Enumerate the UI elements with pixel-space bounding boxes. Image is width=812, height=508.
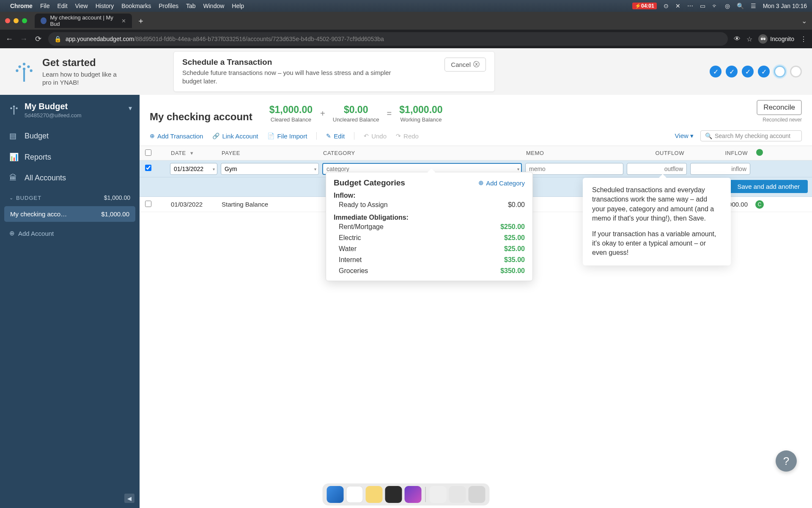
memo-input[interactable] <box>525 163 623 175</box>
dock-finder[interactable] <box>327 486 344 503</box>
inflow-input[interactable] <box>690 163 750 175</box>
sidebar-section-budget[interactable]: ⌄ BUDGET $1,000.00 <box>0 188 140 204</box>
menubar-app[interactable]: Chrome <box>10 3 33 9</box>
browser-menu-icon[interactable]: ⋮ <box>800 35 807 43</box>
step-done[interactable]: ✓ <box>758 66 770 77</box>
file-import-button[interactable]: 📄File Import <box>267 133 307 140</box>
spotlight-icon[interactable]: 🔍 <box>737 3 744 9</box>
sidebar-item-reports[interactable]: 📊Reports <box>0 146 140 168</box>
battery-icon[interactable]: ▭ <box>700 3 705 9</box>
step-pending[interactable] <box>790 66 802 77</box>
dock-terminal[interactable] <box>385 486 402 503</box>
eye-off-icon[interactable]: 👁 <box>734 35 741 43</box>
row-checkbox[interactable] <box>145 201 151 207</box>
budget-switcher[interactable]: My Budget 5d485270@uifeed.com ▾ <box>0 95 140 125</box>
new-tab-button[interactable]: ＋ <box>137 16 145 26</box>
wifi-icon[interactable]: ᯤ <box>712 3 718 9</box>
menu-bookmarks[interactable]: Bookmarks <box>121 3 151 9</box>
schedule-tip-card: Schedule a Transaction Schedule future t… <box>173 51 495 92</box>
save-and-add-button[interactable]: Save and add another <box>729 180 808 193</box>
payee-input[interactable] <box>221 163 319 175</box>
sidebar-item-budget[interactable]: ▤Budget <box>0 125 140 146</box>
step-done[interactable]: ✓ <box>710 66 721 77</box>
status-icon[interactable]: ⋯ <box>687 3 693 9</box>
reconcile-button[interactable]: Reconcile <box>757 100 802 115</box>
sidebar-account-checking[interactable]: My checking acco… $1,000.00 <box>4 206 135 222</box>
dock-trash[interactable] <box>469 486 486 503</box>
step-done[interactable]: ✓ <box>742 66 754 77</box>
category-item[interactable]: Rent/Mortgage$250.00 <box>334 221 525 232</box>
dock-app[interactable] <box>405 486 422 503</box>
menubar-clock[interactable]: Mon 3 Jan 10:16 <box>763 3 807 9</box>
menu-profiles[interactable]: Profiles <box>159 3 178 9</box>
status-icon[interactable]: ⊙ <box>664 3 669 9</box>
outflow-input[interactable] <box>627 163 687 175</box>
row-checkbox[interactable] <box>145 165 151 171</box>
svg-point-0 <box>23 63 25 65</box>
menu-window[interactable]: Window <box>203 3 225 9</box>
row-date: 01/03/2022 <box>168 201 219 208</box>
dock-doc[interactable] <box>430 486 447 503</box>
menu-edit[interactable]: Edit <box>57 3 67 9</box>
collapse-sidebar-button[interactable]: ◀ <box>124 494 134 503</box>
menu-file[interactable]: File <box>40 3 50 9</box>
category-item[interactable]: Water$25.00 <box>334 243 525 254</box>
bookmark-star-icon[interactable]: ☆ <box>746 35 752 43</box>
dock-chrome[interactable] <box>346 486 363 503</box>
add-account-button[interactable]: ⊕Add Account <box>0 224 140 243</box>
siri-icon[interactable]: ☰ <box>751 3 756 9</box>
view-dropdown[interactable]: View ▾ <box>675 132 694 140</box>
cleared-header-icon[interactable] <box>756 149 763 156</box>
link-account-button[interactable]: 🔗Link Account <box>212 133 258 140</box>
dock-downloads[interactable] <box>449 486 466 503</box>
help-button[interactable]: ? <box>776 450 797 472</box>
browser-tab[interactable]: My checking account | My Bud ✕ <box>35 14 132 28</box>
category-item[interactable]: Internet$35.00 <box>334 254 525 265</box>
back-button[interactable]: ← <box>5 35 14 44</box>
incognito-indicator[interactable]: 🕶Incognito <box>758 34 794 44</box>
schedule-subtitle: Schedule future transactions now – you w… <box>182 69 402 86</box>
edit-button[interactable]: ✎Edit <box>326 133 345 140</box>
undo-button: ↶Undo <box>364 133 387 140</box>
select-all-checkbox[interactable] <box>145 149 151 156</box>
menu-tab[interactable]: Tab <box>186 3 196 9</box>
col-outflow[interactable]: OUTFLOW <box>625 150 689 156</box>
add-transaction-button[interactable]: ⊕Add Transaction <box>150 133 203 140</box>
tip-text-2: If your transaction has a variable amoun… <box>592 229 721 258</box>
add-category-button[interactable]: ⊕Add Category <box>478 179 525 187</box>
reconciled-status: Reconciled never <box>757 117 802 123</box>
col-category[interactable]: CATEGORY <box>321 150 524 156</box>
close-window[interactable] <box>5 18 10 23</box>
col-payee[interactable]: PAYEE <box>219 150 321 156</box>
schedule-cancel-button[interactable]: Cancel ⓧ <box>444 58 486 72</box>
step-current[interactable] <box>774 66 786 77</box>
maximize-window[interactable] <box>22 18 27 23</box>
forward-button: → <box>19 35 28 44</box>
menu-help[interactable]: Help <box>232 3 244 9</box>
url-bar[interactable]: 🔒 app.youneedabudget.com/88d9501d-fd6b-4… <box>48 32 728 46</box>
menu-view[interactable]: View <box>75 3 88 9</box>
category-item[interactable]: Groceries$350.00 <box>334 265 525 276</box>
menu-history[interactable]: History <box>96 3 114 9</box>
date-input[interactable] <box>170 163 217 175</box>
link-icon: 🔗 <box>212 133 219 139</box>
minimize-window[interactable] <box>14 18 19 23</box>
control-center-icon[interactable]: ◎ <box>725 3 730 9</box>
step-done[interactable]: ✓ <box>726 66 738 77</box>
col-date[interactable]: DATE ▾ <box>168 150 219 156</box>
close-tab-icon[interactable]: ✕ <box>121 18 126 24</box>
search-input[interactable]: 🔍Search My checking account <box>700 130 802 141</box>
reload-button[interactable]: ⟳ <box>34 34 42 44</box>
col-memo[interactable]: MEMO <box>524 150 625 156</box>
chevron-down-icon: ▾ <box>517 166 519 171</box>
col-inflow[interactable]: INFLOW <box>689 150 752 156</box>
dock-notes[interactable] <box>366 486 383 503</box>
status-icon[interactable]: ✕ <box>675 3 680 9</box>
cleared-icon[interactable]: C <box>755 200 764 209</box>
battery-indicator[interactable]: ⚡04:01 <box>632 3 657 9</box>
tabs-menu-icon[interactable]: ⌄ <box>801 17 807 25</box>
category-item[interactable]: Ready to Assign$0.00 <box>334 199 525 210</box>
category-item[interactable]: Electric$25.00 <box>334 232 525 243</box>
sidebar-item-all-accounts[interactable]: 🏛All Accounts <box>0 168 140 188</box>
window-controls[interactable] <box>5 18 27 23</box>
